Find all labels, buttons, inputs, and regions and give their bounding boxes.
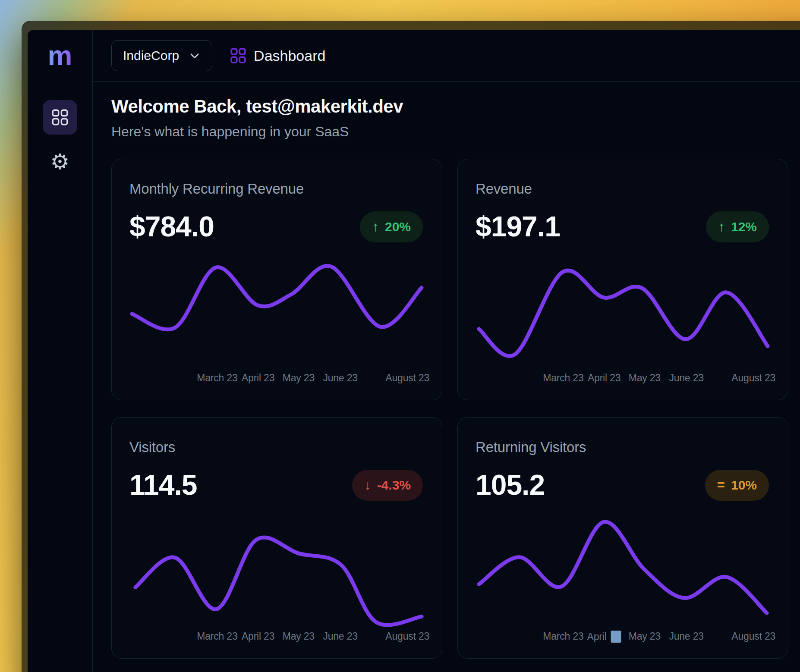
logo-wrap: m xyxy=(48,30,72,81)
main-column: IndieCorp xyxy=(93,30,800,672)
sidebar: m ⚙ xyxy=(28,30,93,672)
x-axis-tick-label: August 23 xyxy=(731,372,775,384)
line-chart xyxy=(112,159,442,400)
sidebar-item-settings[interactable]: ⚙ xyxy=(50,151,70,173)
welcome-subtitle: Here's what is happening in your SaaS xyxy=(111,124,800,140)
x-axis-tick-label: August 23 xyxy=(385,631,429,642)
x-axis-tick-label: May 23 xyxy=(283,631,315,642)
x-axis-tick-label: June 23 xyxy=(323,631,357,642)
x-axis-tick-label: May 23 xyxy=(283,372,315,384)
selection-box xyxy=(611,631,621,643)
x-axis-labels: March 23April 23May 23June 23August 23 xyxy=(458,372,788,387)
makerkit-logo: m xyxy=(48,42,72,69)
x-axis-tick-label: April xyxy=(587,631,621,643)
topbar: IndieCorp xyxy=(93,30,800,82)
org-name: IndieCorp xyxy=(123,48,179,63)
line-chart xyxy=(458,159,788,400)
x-axis-labels: March 23April 23May 23June 23August 23 xyxy=(112,372,442,387)
x-axis-tick-label: August 23 xyxy=(385,372,429,384)
x-axis-tick-label: April 23 xyxy=(588,372,620,384)
org-switcher-button[interactable]: IndieCorp xyxy=(111,40,212,71)
x-axis-tick-label: March 23 xyxy=(197,631,237,642)
stats-grid: Monthly Recurring Revenue $784.0 ↑ 20% M… xyxy=(111,159,800,659)
breadcrumb: Dashboard xyxy=(230,47,325,64)
x-axis-tick-label: March 23 xyxy=(543,631,583,642)
app-frame: m ⚙ xyxy=(28,30,800,672)
x-axis-tick-label: March 23 xyxy=(543,372,583,384)
line-chart xyxy=(458,418,788,658)
gear-icon: ⚙ xyxy=(50,150,70,174)
grid-icon xyxy=(52,109,68,126)
stat-card: Revenue $197.1 ↑ 12% March 23April 23May… xyxy=(457,159,788,400)
app-window: m ⚙ xyxy=(22,21,800,672)
chevron-down-icon xyxy=(189,50,201,62)
x-axis-tick-label: April 23 xyxy=(242,372,274,384)
stat-card: Returning Visitors 105.2 = 10% March 23A… xyxy=(457,417,788,659)
x-axis-tick-label: April 23 xyxy=(242,631,274,642)
x-axis-tick-label: June 23 xyxy=(669,372,703,384)
screen: m ⚙ xyxy=(0,0,800,672)
x-axis-labels: March 23AprilMay 23June 23August 23 xyxy=(458,631,788,645)
stat-card: Monthly Recurring Revenue $784.0 ↑ 20% M… xyxy=(111,159,442,400)
x-axis-tick-label: May 23 xyxy=(629,631,661,642)
sidebar-item-dashboard[interactable] xyxy=(43,100,77,135)
page-title: Dashboard xyxy=(254,47,325,64)
x-axis-tick-label: August 23 xyxy=(731,631,775,642)
x-axis-tick-label: March 23 xyxy=(197,372,237,384)
x-axis-tick-label: May 23 xyxy=(629,372,661,384)
x-axis-labels: March 23April 23May 23June 23August 23 xyxy=(112,631,442,645)
page-content: Welcome Back, test@makerkit.dev Here's w… xyxy=(93,82,800,659)
x-axis-tick-label: June 23 xyxy=(323,372,357,384)
x-axis-tick-label: June 23 xyxy=(669,631,703,642)
stat-card: Visitors 114.5 ↓ -4.3% March 23April 23M… xyxy=(111,417,442,659)
line-chart xyxy=(112,418,442,658)
dashboard-grid-icon xyxy=(230,48,246,63)
welcome-heading: Welcome Back, test@makerkit.dev xyxy=(111,96,800,117)
